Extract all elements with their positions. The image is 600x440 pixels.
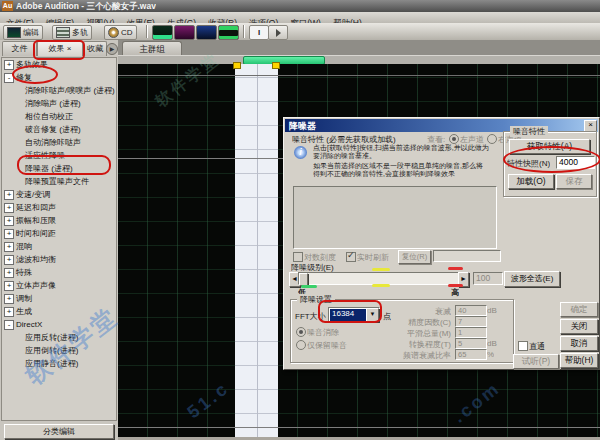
noise-profile-graph[interactable] <box>293 186 497 249</box>
setting-unit-3: dB <box>487 339 497 348</box>
collapse-icon[interactable]: - <box>4 73 14 83</box>
tree-item[interactable]: +特殊 <box>2 266 116 279</box>
setting-input-4[interactable]: 65 <box>455 349 487 360</box>
load-profile-button[interactable]: 加载(O) <box>508 174 554 189</box>
tree-item[interactable]: 自动消除咔哒声 <box>2 136 116 149</box>
cancel-button[interactable]: 取消 <box>560 336 598 351</box>
fft-size-combo[interactable]: 16384 ▼ <box>328 307 380 323</box>
expand-icon[interactable]: + <box>4 229 14 239</box>
edit-view-button[interactable]: 编辑 <box>3 25 43 40</box>
close-button[interactable]: 关闭 <box>560 319 598 334</box>
setting-label-4: 频谱衰减比率 <box>403 350 451 361</box>
tree-item[interactable]: 破音修复 (进程) <box>2 123 116 136</box>
tree-item-label: 降噪预置噪声文件 <box>25 177 89 186</box>
tree-item[interactable]: 消除嗡声 (进程) <box>2 97 116 110</box>
expand-icon[interactable]: + <box>4 307 14 317</box>
tree-item[interactable]: 降噪预置噪声文件 <box>2 175 116 188</box>
ibeam-tool-button[interactable]: I <box>249 25 269 40</box>
get-profile-button[interactable]: 获取特性(A) <box>509 139 590 154</box>
help-button[interactable]: 帮助(H) <box>560 353 598 368</box>
tab-main-group[interactable]: 主群组 <box>122 41 182 56</box>
expand-icon[interactable]: + <box>4 294 14 304</box>
pan-display-button[interactable] <box>218 25 239 40</box>
remove-noise-label: 噪音消除 <box>307 327 339 338</box>
phase-display-button[interactable] <box>196 25 217 40</box>
setting-input-3[interactable]: 5 <box>455 338 487 349</box>
tree-item[interactable]: +混响 <box>2 240 116 253</box>
ok-button[interactable]: 确定 <box>560 302 598 317</box>
snapshot-label: 特性快照(N) <box>507 158 550 169</box>
expand-icon[interactable]: + <box>4 216 14 226</box>
keep-noise-radio[interactable] <box>296 340 306 350</box>
tab-effects[interactable]: 效果 × <box>37 41 83 56</box>
live-update-checkbox[interactable] <box>346 252 356 262</box>
tree-item[interactable]: +调制 <box>2 292 116 305</box>
multitrack-icon <box>56 27 70 38</box>
cd-icon <box>108 27 119 38</box>
tree-item-label: 滤波和均衡 <box>16 255 56 264</box>
panel-menu-button[interactable]: ▶ <box>106 43 118 55</box>
tree-item[interactable]: 消除咔哒声/噗噗声 (进程) <box>2 84 116 97</box>
select-entire-file-button[interactable]: 波形全选(E) <box>504 271 560 287</box>
tree-item[interactable]: +振幅和压限 <box>2 214 116 227</box>
tree-item[interactable]: -DirectX <box>2 318 116 331</box>
tree-item[interactable]: -修复 <box>2 71 116 84</box>
expand-icon[interactable]: + <box>4 242 14 252</box>
bypass-checkbox[interactable] <box>518 341 528 351</box>
expand-icon[interactable]: + <box>4 281 14 291</box>
expand-icon[interactable]: + <box>4 255 14 265</box>
waveform-bottom-line <box>118 427 600 428</box>
dialog-title: 降噪器 <box>289 120 316 133</box>
tree-item[interactable]: +生成 <box>2 305 116 318</box>
edit-view-label: 编辑 <box>23 27 39 38</box>
expand-icon[interactable]: + <box>4 203 14 213</box>
waveform-display-button[interactable] <box>152 25 173 40</box>
group-edit-button[interactable]: 分类编辑 <box>4 424 114 439</box>
tree-item[interactable]: +时间和间距 <box>2 227 116 240</box>
reset-button[interactable]: 复位(R) <box>398 250 431 264</box>
expand-icon[interactable]: + <box>4 60 14 70</box>
save-profile-button[interactable]: 保存 <box>556 174 592 189</box>
remove-noise-radio[interactable] <box>296 327 306 337</box>
tree-item[interactable]: +滤波和均衡 <box>2 253 116 266</box>
cd-label: CD <box>121 28 133 37</box>
settings-group: 降噪设置 FFT大小 16384 ▼ 点 噪音消除 仅保留噪音 衰减40dB精度… <box>290 299 514 363</box>
scrub-tool-button[interactable] <box>268 25 288 40</box>
tree-item-label: 特殊 <box>16 268 32 277</box>
expand-icon[interactable]: + <box>4 268 14 278</box>
multitrack-view-button[interactable]: 多轨 <box>52 25 92 40</box>
preview-button[interactable]: 试听(P) <box>513 354 559 369</box>
cd-view-button[interactable]: CD <box>104 25 137 40</box>
spectral-display-button[interactable] <box>174 25 195 40</box>
tree-item[interactable]: +变速/变调 <box>2 188 116 201</box>
waveform-icon <box>7 27 21 38</box>
tree-item[interactable]: 适应性降噪 <box>2 149 116 162</box>
info-line2: 要消除的噪音基准。 <box>313 151 376 161</box>
tree-item[interactable]: 相位自动校正 <box>2 110 116 123</box>
title-bar: Au Adobe Audition - 三个心酸女子.wav <box>0 0 600 12</box>
setting-input-0[interactable]: 40 <box>455 305 487 316</box>
tab-files[interactable]: 文件 <box>2 41 37 56</box>
fft-combo-arrow[interactable]: ▼ <box>366 308 379 322</box>
tab-favorites[interactable]: 收藏 <box>83 41 107 56</box>
noise-profile-group: 噪音特性 获取特性(A) 特性快照(N) 4000 加载(O) 保存 <box>503 131 597 197</box>
tree-item[interactable]: 降噪器 (进程) <box>2 162 116 175</box>
tree-item[interactable]: +多轨效果 <box>2 58 116 71</box>
log-scale-checkbox[interactable] <box>293 252 303 262</box>
selection-handle-left[interactable] <box>233 62 241 69</box>
tree-item[interactable]: +立体声声像 <box>2 279 116 292</box>
expand-icon[interactable]: + <box>4 190 14 200</box>
tree-item[interactable]: 应用倒转(进程) <box>2 344 116 357</box>
tree-item[interactable]: 应用反转(进程) <box>2 331 116 344</box>
tree-item-label: 生成 <box>16 307 32 316</box>
selection-handle-right[interactable] <box>272 62 280 69</box>
setting-input-1[interactable]: 7 <box>455 316 487 327</box>
tree-item[interactable]: +延迟和回声 <box>2 201 116 214</box>
level-value-field[interactable]: 100 <box>473 272 503 285</box>
snapshot-input[interactable]: 4000 <box>556 156 595 169</box>
tree-item[interactable]: 应用静音(进程) <box>2 357 116 370</box>
slider-mark-yellow-top <box>372 268 390 271</box>
collapse-icon[interactable]: - <box>4 320 14 330</box>
setting-input-2[interactable]: 1 <box>455 327 487 338</box>
tree-item-label: 立体声声像 <box>16 281 56 290</box>
